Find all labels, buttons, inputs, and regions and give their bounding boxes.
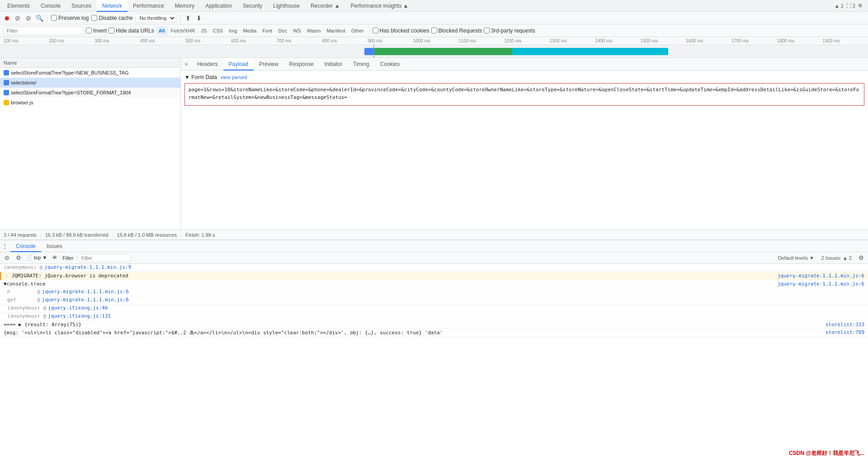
filter-type-other[interactable]: Other	[349, 26, 367, 35]
filter-type-css[interactable]: CSS	[210, 26, 226, 35]
tl-1700: 1700 ms	[731, 38, 777, 43]
import-button[interactable]: ⬆	[184, 14, 192, 22]
console-tab-console[interactable]: Console	[10, 240, 41, 252]
filter-type-doc[interactable]: Doc	[275, 26, 290, 35]
console-h-link[interactable]: jquery-migrate-1.1.1.min.js:6	[42, 289, 129, 295]
blocked-requests-check[interactable]: Blocked Requests	[431, 28, 482, 34]
request-item-0[interactable]: selectStoreFormatTree?type=NEW_BUSINESS_…	[0, 68, 180, 78]
tab-lighthouse[interactable]: Lighthouse	[268, 0, 305, 12]
throttle-select[interactable]: No throttling	[136, 14, 176, 23]
console-get-link[interactable]: jquery-migrate-1.1.1.min.js:6	[42, 297, 129, 303]
filter-type-font[interactable]: Font	[259, 26, 275, 35]
console-panel-toggle[interactable]: ⋮	[2, 243, 8, 249]
console-clear-button[interactable]: ⊘	[3, 254, 11, 262]
filter-type-manifest[interactable]: Manifest	[324, 26, 348, 35]
detail-body: ▼ Form Data view parsed page=1&rows=10&s…	[181, 70, 868, 230]
filter-type-all[interactable]: All	[156, 26, 168, 35]
request-item-3[interactable]: browser.js	[0, 98, 180, 108]
settings-icon[interactable]: ⚙	[858, 3, 863, 9]
hide-data-urls-checkbox[interactable]	[108, 28, 114, 33]
tl-1600: 1600 ms	[686, 38, 731, 43]
filter-type-fetch-xhr[interactable]: Fetch/XHR	[168, 26, 198, 35]
console-result-link[interactable]: storelist:333	[826, 322, 864, 328]
record-button[interactable]: ⏺	[3, 14, 11, 22]
error-count-badge: ⛶ 2	[846, 3, 855, 9]
filter-input[interactable]	[3, 26, 84, 35]
has-blocked-cookies-checkbox[interactable]	[373, 28, 378, 33]
tab-security[interactable]: Security	[237, 0, 268, 12]
request-item-1[interactable]: selectstore/	[0, 78, 180, 88]
console-msg-link[interactable]: storelist:789	[826, 329, 864, 335]
console-filter-input[interactable]	[77, 254, 132, 262]
tab-memory[interactable]: Memory	[170, 0, 200, 12]
console-settings-gear[interactable]: ⚙	[857, 254, 865, 262]
tab-application[interactable]: Application	[200, 0, 237, 12]
status-bar: 3 / 44 requests | 16.3 kB / 98.9 kB tran…	[0, 230, 868, 239]
waterfall-bar-blue	[364, 48, 373, 55]
console-input[interactable]	[10, 338, 864, 339]
tab-elements[interactable]: Elements	[2, 0, 35, 12]
disable-cache-checkbox[interactable]	[91, 15, 97, 21]
console-warn-link-right[interactable]: jquery-migrate-1.1.1.min.js:6	[778, 273, 864, 279]
console-row-h: h @ jquery-migrate-1.1.1.min.js:6	[0, 288, 868, 296]
resources-size: 15.8 kB / 1.0 MB resources	[117, 232, 177, 238]
search-button[interactable]: 🔍	[35, 14, 43, 22]
detail-tab-initiator[interactable]: Initiator	[319, 58, 348, 70]
third-party-check[interactable]: 3rd-party requests	[484, 28, 535, 34]
console-eye-button[interactable]: 👁	[51, 254, 59, 262]
tab-network[interactable]: Network	[97, 0, 127, 12]
tab-performance[interactable]: Performance	[127, 0, 170, 12]
console-anon2-link[interactable]: jquery.ifixong.js:131	[48, 313, 111, 319]
console-anon1-link[interactable]: jquery.ifixong.js:46	[48, 305, 108, 311]
filter-toggle-button[interactable]: ⊘	[24, 14, 33, 22]
filter-type-media[interactable]: Media	[240, 26, 259, 35]
detail-tab-cookies[interactable]: Cookies	[375, 58, 405, 70]
filter-type-js[interactable]: JS	[198, 26, 210, 35]
tab-console[interactable]: Console	[35, 0, 66, 12]
preserve-log-check[interactable]: Preserve log	[51, 15, 89, 21]
detail-tab-preview[interactable]: Preview	[254, 58, 284, 70]
detail-close-button[interactable]: ×	[183, 61, 190, 68]
hide-data-urls-check[interactable]: Hide data URLs	[108, 28, 154, 34]
request-name-0: selectStoreFormatTree?type=NEW_BUSINESS_…	[11, 68, 129, 78]
blocked-requests-checkbox[interactable]	[431, 28, 437, 33]
third-party-checkbox[interactable]	[484, 28, 490, 33]
default-levels-select[interactable]: Default levels ▼	[778, 255, 814, 261]
has-blocked-cookies-label: Has blocked cookies	[380, 28, 429, 34]
timeline-marker	[373, 45, 374, 57]
filter-type-ws[interactable]: WS	[290, 26, 304, 35]
preserve-log-checkbox[interactable]	[51, 15, 57, 21]
detail-tab-payload[interactable]: Payload	[223, 58, 254, 70]
tab-sources[interactable]: Sources	[66, 0, 97, 12]
request-icon-0	[4, 70, 9, 75]
filter-type-wasm[interactable]: Wasm	[304, 26, 324, 35]
clear-button[interactable]: ⊘	[14, 14, 22, 22]
console-row-anon2: (anonymous) @ jquery.ifixong.js:131	[0, 313, 868, 321]
detail-panel: × Headers Payload Preview Response Initi…	[181, 58, 868, 230]
form-data-label: ▼ Form Data	[184, 74, 217, 80]
console-result-text: ==== ▶ {result: Array(75)}	[4, 322, 824, 328]
console-top-context[interactable]: 📄 top ▼	[26, 255, 47, 261]
tl-400: 400 ms	[140, 38, 186, 43]
detail-tab-timing[interactable]: Timing	[348, 58, 375, 70]
console-row-msg: {msg: '<ul>\n<li class="disabled"><a hre…	[0, 329, 868, 337]
export-button[interactable]: ⬇	[195, 14, 203, 22]
console-settings-button[interactable]: ⚙	[14, 254, 23, 262]
console-tab-issues[interactable]: Issues	[41, 240, 68, 252]
tab-recorder[interactable]: Recorder ▲	[305, 0, 345, 12]
issues-count[interactable]: 2 Issues: ▲ 2	[821, 255, 852, 261]
request-list-body[interactable]: selectStoreFormatTree?type=NEW_BUSINESS_…	[0, 68, 180, 230]
detail-tab-headers[interactable]: Headers	[192, 58, 223, 70]
request-item-2[interactable]: selectStoreFormatTree?type=STORE_FORMAT_…	[0, 88, 180, 98]
disable-cache-check[interactable]: Disable cache	[91, 15, 132, 21]
warning-count-badge: ▲ 2	[835, 3, 844, 9]
detail-tab-response[interactable]: Response	[284, 58, 319, 70]
tab-perf-insights[interactable]: Performance insights ▲	[345, 0, 414, 12]
filter-type-img[interactable]: Img	[226, 26, 240, 35]
has-blocked-cookies-check[interactable]: Has blocked cookies	[373, 28, 429, 34]
console-trace-right-link[interactable]: jquery-migrate-1.1.1.min.js:6	[778, 281, 864, 287]
invert-checkbox[interactable]	[86, 28, 92, 33]
view-parsed-link[interactable]: view parsed	[221, 75, 247, 80]
invert-check[interactable]: Invert	[86, 28, 107, 34]
console-link-0[interactable]: jquery-migrate-1.1.1.min.js:9	[44, 264, 131, 270]
